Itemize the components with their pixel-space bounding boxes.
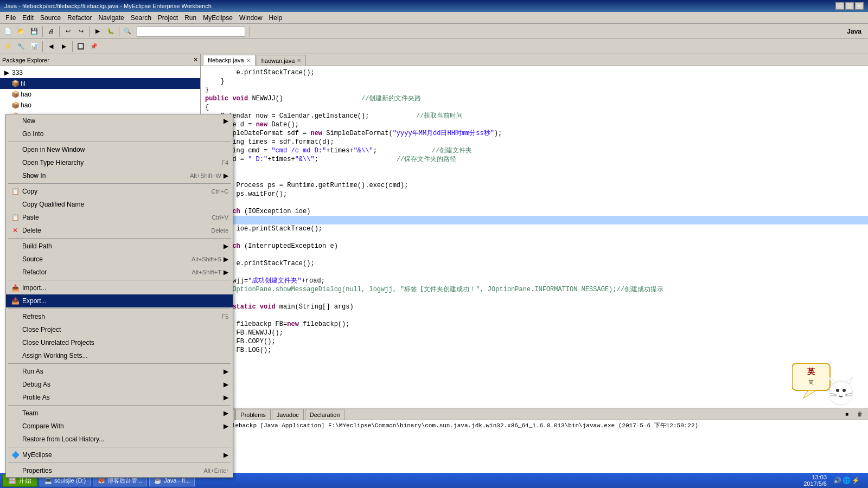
ctx-close-project[interactable]: Close Project [6, 323, 233, 336]
editor-tabs: filebackp.java ✕ haowan.java ✕ [201, 54, 868, 66]
menu-bar: File Edit Source Refactor Navigate Searc… [0, 12, 868, 24]
debug-button[interactable]: 🐛 [105, 25, 117, 37]
bottom-tabs: Console Problems Javadoc Declaration ■ 🗑 [201, 408, 868, 420]
ctx-team[interactable]: Team ▶ [6, 407, 233, 420]
menu-search[interactable]: Search [127, 13, 155, 23]
ctx-properties[interactable]: Properties Alt+Enter [6, 464, 233, 477]
search-button[interactable]: 🔍 [122, 25, 133, 37]
ctx-new[interactable]: New ▶ [6, 114, 233, 127]
tab-filebackp[interactable]: filebackp.java ✕ [203, 55, 256, 66]
menu-run[interactable]: Run [181, 13, 200, 23]
print-button[interactable]: 🖨 [45, 25, 57, 37]
ctx-refactor[interactable]: Refactor Alt+Shift+T ▶ [6, 266, 233, 279]
ctx-show-in[interactable]: Show In Alt+Shift+W ▶ [6, 169, 233, 182]
ctx-myeclipse[interactable]: 🔷 MyEclipse ▶ [6, 448, 233, 461]
svg-point-6 [843, 389, 846, 392]
ctx-assign-working-sets[interactable]: Assign Working Sets... [6, 349, 233, 362]
sidebar-header: Package Explorer ✕ [0, 54, 200, 66]
save-button[interactable]: 💾 [28, 25, 40, 37]
maximize-button[interactable]: □ [845, 2, 854, 10]
ctx-compare-with[interactable]: Compare With ▶ [6, 420, 233, 433]
ctx-paste[interactable]: 📋 Paste Ctrl+V [6, 211, 233, 224]
tree-item-fil[interactable]: 📦 fil [0, 78, 200, 89]
tab-haowan[interactable]: haowan.java ✕ [257, 55, 307, 66]
search-input[interactable] [137, 26, 245, 37]
ctx-profile-as[interactable]: Profile As ▶ [6, 391, 233, 404]
ctx-build-path[interactable]: Build Path ▶ [6, 240, 233, 253]
menu-project[interactable]: Project [155, 13, 181, 23]
code-line: Date d = new Date(); [201, 120, 868, 129]
ctx-import[interactable]: 📥 Import... [6, 281, 233, 294]
menu-navigate[interactable]: Navigate [95, 13, 127, 23]
code-line: e.printStackTrace(); [201, 259, 868, 268]
ctx-copy-qualified[interactable]: Copy Qualified Name [6, 198, 233, 211]
svg-marker-8 [845, 377, 853, 384]
system-tray: 🔊 🌐 ⚡ [833, 477, 866, 484]
redo-button[interactable]: ↪ [75, 25, 87, 37]
menu-refactor[interactable]: Refactor [64, 13, 95, 23]
open-button[interactable]: 📂 [15, 25, 27, 37]
ctx-copy[interactable]: 📋 Copy Ctrl+C [6, 185, 233, 198]
toolbar2-btn5[interactable]: ▶ [58, 41, 70, 53]
toolbar2-btn2[interactable]: 🔧 [15, 41, 27, 53]
ctx-close-unrelated[interactable]: Close Unrelated Projects [6, 336, 233, 349]
tree-item-hao2[interactable]: 📦 hao [0, 100, 200, 111]
toolbar2-btn3[interactable]: 📊 [28, 41, 40, 53]
code-line: } [201, 198, 868, 207]
ctx-copy-label: Copy [22, 188, 37, 195]
code-line: Process ps = Runtime.getRuntime().exec(c… [201, 181, 868, 190]
undo-button[interactable]: ↩ [62, 25, 74, 37]
menu-help[interactable]: Help [266, 13, 286, 23]
menu-source[interactable]: Source [37, 13, 64, 23]
ctx-assign-label: Assign Working Sets... [22, 352, 88, 359]
code-line: } [201, 363, 868, 372]
ctx-restore-local[interactable]: Restore from Local History... [6, 433, 233, 446]
tree-item-label: hao [21, 101, 31, 109]
menu-file[interactable]: File [2, 13, 19, 23]
perspective-java: Java [847, 28, 866, 35]
code-line: //JOptionPane.showMessageDialog(null, lo… [201, 285, 868, 294]
code-line-highlighted: { [201, 216, 868, 224]
code-editor[interactable]: e.printStackTrace(); } } public void NEW… [201, 66, 868, 408]
close-button[interactable]: ✕ [855, 2, 864, 10]
tab-haowan-close[interactable]: ✕ [297, 57, 301, 63]
ctx-run-as-label: Run As [22, 368, 43, 375]
sidebar: Package Explorer ✕ ▶ 333 📦 fil 📦 hao 📦 h… [0, 54, 201, 473]
minimize-button[interactable]: ─ [835, 2, 844, 10]
ctx-delete[interactable]: ✕ Delete Delete [6, 224, 233, 237]
tree-item-hao1[interactable]: 📦 hao [0, 89, 200, 100]
code-line: e.printStackTrace(); [201, 68, 868, 77]
tab-problems[interactable]: Problems [235, 409, 270, 420]
ctx-debug-as[interactable]: Debug As ▶ [6, 378, 233, 391]
tab-filebackp-close[interactable]: ✕ [246, 57, 251, 63]
ctx-build-arrow: ▶ [224, 242, 228, 250]
ctx-open-type-hierarchy[interactable]: Open Type Hierarchy F4 [6, 156, 233, 169]
tray-icon-3[interactable]: ⚡ [852, 477, 860, 484]
toolbar2-btn4[interactable]: ◀ [45, 41, 57, 53]
ctx-sep-2 [8, 183, 231, 184]
ctx-open-new-window[interactable]: Open in New Window [6, 143, 233, 156]
toolbar2-btn1[interactable]: ⚡ [2, 41, 14, 53]
tree-item-333[interactable]: ▶ 333 [0, 67, 200, 78]
menu-edit[interactable]: Edit [19, 13, 37, 23]
menu-myeclipse[interactable]: MyEclipse [200, 13, 236, 23]
tab-declaration[interactable]: Declaration [305, 409, 345, 420]
ctx-myeclipse-icon: 🔷 [10, 451, 20, 459]
sidebar-close-icon[interactable]: ✕ [193, 56, 198, 63]
toolbar2-btn7[interactable]: 📌 [88, 41, 100, 53]
menu-window[interactable]: Window [236, 13, 266, 23]
toolbar2-btn6[interactable]: 🔲 [75, 41, 87, 53]
tray-icon-2[interactable]: 🌐 [843, 477, 851, 484]
java-label: Java - fi... [164, 477, 190, 484]
new-button[interactable]: 📄 [2, 25, 14, 37]
ctx-export[interactable]: 📤 Export... [6, 294, 233, 307]
ctx-run-as[interactable]: Run As ▶ [6, 365, 233, 378]
toolbar-sep-1 [42, 26, 43, 37]
ctx-source[interactable]: Source Alt+Shift+S ▶ [6, 253, 233, 266]
ctx-hierarchy-shortcut: F4 [210, 159, 228, 166]
run-button[interactable]: ▶ [92, 25, 104, 37]
tab-javadoc[interactable]: Javadoc [272, 409, 304, 420]
ctx-go-into[interactable]: Go Into [6, 127, 233, 140]
ctx-refresh[interactable]: Refresh F5 [6, 310, 233, 323]
tray-icon-1[interactable]: 🔊 [833, 477, 841, 484]
